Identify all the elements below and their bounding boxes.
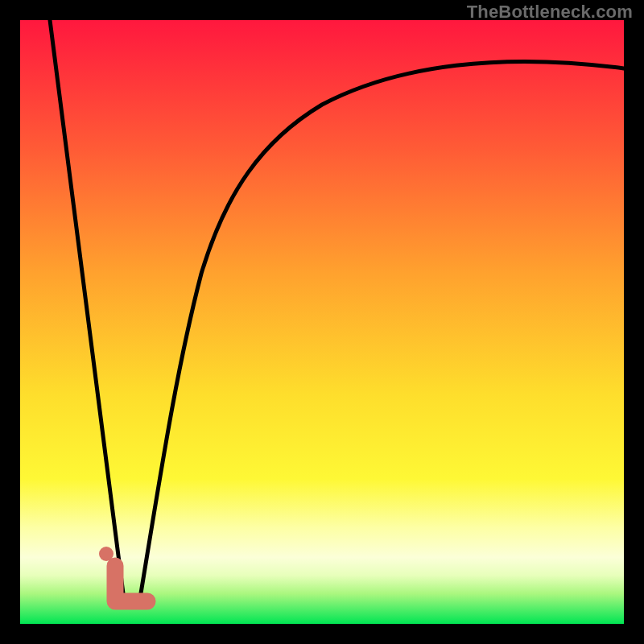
chart-frame: TheBottleneck.com (0, 0, 644, 644)
bottleneck-chart (20, 20, 624, 624)
trough-dot-marker (99, 547, 114, 561)
heat-gradient-background (20, 20, 624, 624)
